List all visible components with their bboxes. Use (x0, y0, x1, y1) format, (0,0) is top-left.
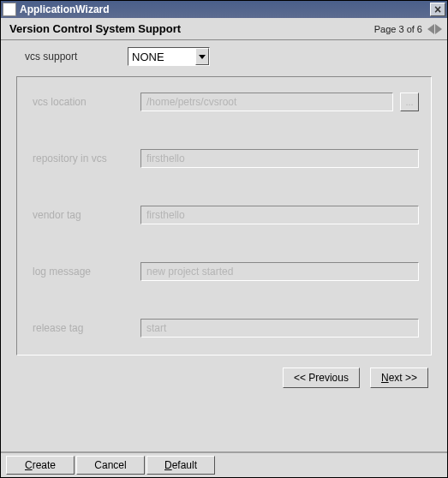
header-nav-arrows (427, 24, 442, 34)
release-tag-input[interactable]: start (140, 319, 419, 338)
repository-label: repository in vcs (29, 152, 140, 164)
previous-button-label: << Previous (294, 372, 349, 384)
next-page-icon[interactable] (435, 24, 442, 34)
prev-page-icon[interactable] (427, 24, 434, 34)
action-bar: Create Cancel Default (1, 451, 447, 477)
release-tag-label: release tag (29, 322, 140, 334)
repository-row: repository in vcs firsthello (29, 149, 419, 168)
release-tag-row: release tag start (29, 319, 419, 338)
default-mnemonic: D (164, 459, 172, 471)
vcs-support-value: NONE (128, 51, 195, 63)
cancel-button[interactable]: Cancel (76, 456, 145, 475)
default-rest: efault (172, 459, 197, 471)
vcs-support-select[interactable]: NONE (128, 47, 210, 66)
log-message-label: log message (29, 266, 140, 278)
vcs-support-label: vcs support (8, 51, 128, 63)
next-button-mnemonic: N (381, 372, 389, 384)
vendor-tag-row: vendor tag firsthello (29, 206, 419, 224)
vendor-tag-label: vendor tag (29, 209, 140, 221)
create-mnemonic: C (25, 459, 33, 471)
repository-input[interactable]: firsthello (140, 149, 419, 168)
vendor-tag-input[interactable]: firsthello (140, 206, 419, 224)
chevron-down-icon[interactable] (195, 48, 209, 65)
vcs-location-row: vcs location /home/petrs/cvsroot ... (29, 93, 419, 111)
window-title: ApplicationWizard (20, 3, 430, 15)
page-indicator: Page 3 of 6 (374, 24, 422, 34)
log-message-row: log message new project started (29, 262, 419, 281)
cancel-label: Cancel (94, 459, 126, 471)
application-wizard-window: ApplicationWizard × Version Control Syst… (0, 0, 448, 478)
default-button[interactable]: Default (146, 456, 215, 475)
browse-button[interactable]: ... (400, 93, 419, 111)
wizard-body: vcs support NONE vcs location /home/petr… (1, 40, 447, 451)
vcs-location-input[interactable]: /home/petrs/cvsroot (140, 93, 393, 111)
vcs-location-label: vcs location (29, 96, 140, 108)
vcs-details-frame: vcs location /home/petrs/cvsroot ... rep… (16, 76, 432, 356)
previous-button[interactable]: << Previous (283, 367, 360, 388)
vcs-support-row: vcs support NONE (8, 47, 440, 66)
app-icon (3, 3, 16, 16)
wizard-nav-buttons: << Previous Next >> (8, 361, 440, 397)
next-button[interactable]: Next >> (370, 367, 428, 388)
page-title: Version Control System Support (9, 22, 374, 35)
close-icon[interactable]: × (430, 3, 445, 16)
wizard-header: Version Control System Support Page 3 of… (1, 18, 447, 40)
next-button-rest: ext >> (389, 372, 417, 384)
create-button[interactable]: Create (6, 456, 75, 475)
create-rest: reate (33, 459, 56, 471)
titlebar: ApplicationWizard × (1, 1, 447, 18)
log-message-input[interactable]: new project started (140, 262, 419, 281)
